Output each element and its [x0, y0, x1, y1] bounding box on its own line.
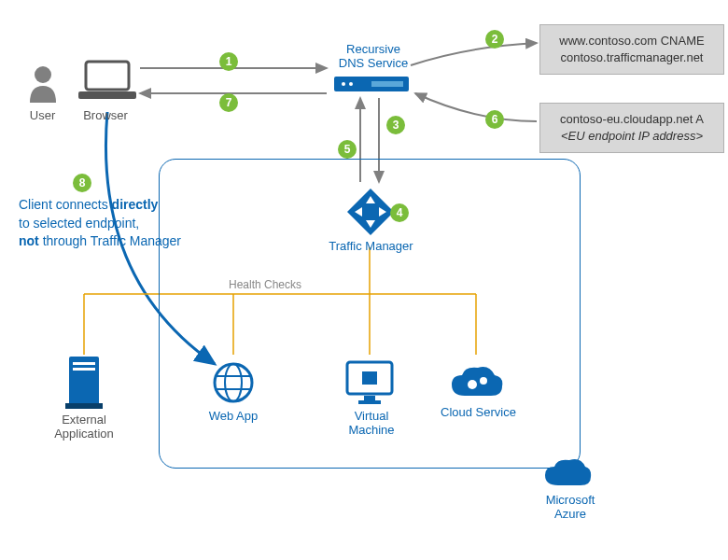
- svg-point-10: [35, 66, 51, 83]
- traffic-manager-label: Traffic Manager: [322, 239, 420, 253]
- svg-rect-16: [371, 81, 403, 87]
- globe-icon: [210, 359, 257, 406]
- svg-point-34: [468, 380, 477, 389]
- user-icon: [26, 63, 60, 105]
- dns-label: Recursive DNS Service: [322, 42, 425, 70]
- step-6-badge: 6: [485, 110, 504, 129]
- step-2-badge: 2: [485, 30, 504, 49]
- cname-line1: www.contoso.com CNAME: [552, 33, 712, 49]
- monitor-icon: [345, 360, 394, 405]
- svg-rect-25: [65, 403, 103, 409]
- svg-rect-33: [358, 400, 381, 404]
- a-line2: <EU endpoint IP address>: [552, 128, 712, 145]
- server-icon: [65, 357, 103, 411]
- svg-point-15: [349, 82, 353, 86]
- svg-marker-17: [347, 189, 394, 235]
- step-8-badge: 8: [73, 174, 91, 192]
- vm-label: Virtual Machine: [334, 409, 409, 437]
- svg-point-14: [342, 82, 345, 86]
- traffic-manager-icon: [345, 187, 396, 237]
- cname-line2: contoso.trafficmanager.net: [552, 49, 712, 66]
- svg-rect-24: [73, 368, 95, 371]
- step-5-badge: 5: [338, 140, 357, 159]
- azure-label: Microsoft Azure: [534, 493, 607, 521]
- health-checks-label: Health Checks: [229, 278, 301, 291]
- a-line1: contoso-eu.cloudapp.net A: [552, 111, 712, 128]
- step-7-badge: 7: [219, 93, 238, 112]
- a-record-box: contoso-eu.cloudapp.net A <EU endpoint I…: [539, 103, 724, 153]
- step-4-badge: 4: [390, 203, 409, 222]
- web-app-label: Web App: [201, 409, 266, 423]
- browser-label: Browser: [73, 108, 138, 122]
- azure-cloud-icon: [541, 455, 594, 493]
- direct-connection-note: Client connects directly to selected end…: [19, 196, 205, 251]
- svg-rect-23: [73, 362, 95, 365]
- external-app-label: External Application: [47, 413, 121, 441]
- svg-point-35: [480, 377, 487, 385]
- cloud-service-label: Cloud Service: [439, 405, 518, 419]
- dns-device-icon: [334, 77, 409, 95]
- cname-record-box: www.contoso.com CNAME contoso.trafficman…: [539, 24, 724, 75]
- svg-rect-32: [364, 396, 375, 400]
- cloud-gears-icon: [448, 364, 506, 403]
- svg-point-27: [225, 364, 242, 401]
- step-1-badge: 1: [219, 52, 238, 71]
- svg-rect-12: [78, 91, 136, 99]
- svg-rect-11: [86, 62, 129, 90]
- browser-icon: [75, 58, 140, 105]
- svg-rect-31: [362, 371, 377, 385]
- svg-point-26: [215, 364, 252, 401]
- user-label: User: [17, 108, 68, 122]
- step-3-badge: 3: [386, 116, 405, 134]
